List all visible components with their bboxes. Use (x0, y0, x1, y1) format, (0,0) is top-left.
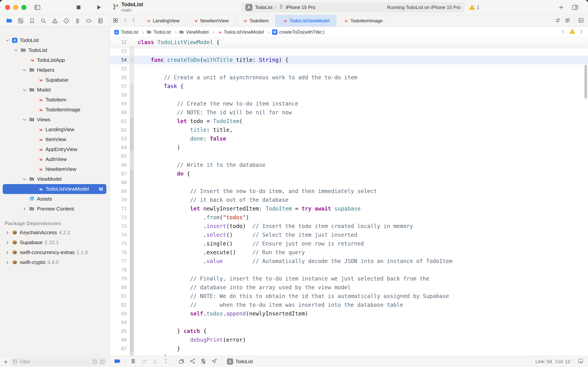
run-destination-app[interactable]: TodoList (255, 5, 272, 10)
package-item-keychainaccess[interactable]: KeychainAccess4.2.2 (3, 228, 106, 238)
code-line-61[interactable]: 61 let todo = TodoItem( (110, 117, 588, 125)
line-number[interactable]: 79 (110, 276, 129, 282)
breadcrumb-item-todolist[interactable]: TodoList (146, 29, 179, 35)
code-line-73[interactable]: 73 .insert(todo) // Insert the todo item… (110, 222, 588, 231)
vertical-scrollbar[interactable] (585, 65, 587, 99)
breadcrumb-item-todolist[interactable]: ATodoList (114, 29, 146, 35)
code-line-83[interactable]: 83 self.todos.append(newlyInsertedItem) (110, 309, 588, 318)
line-number[interactable]: 78 (110, 267, 129, 273)
close-window-button[interactable] (5, 5, 10, 10)
code-line-63[interactable]: 63 done: false (110, 134, 588, 143)
line-number[interactable]: 65 (110, 154, 129, 159)
line-number[interactable]: 74 (110, 232, 129, 238)
filter-input[interactable] (20, 359, 90, 365)
code-line-86[interactable]: 86 debugPrint(error) (110, 335, 588, 344)
line-number[interactable]: 54 (110, 57, 129, 63)
sidebar-item-helpers[interactable]: Helpers (3, 65, 106, 75)
run-button[interactable] (95, 3, 103, 11)
line-number[interactable]: 59 (110, 101, 129, 107)
line-number[interactable]: 82 (110, 302, 129, 308)
breakpoints-toggle[interactable] (114, 358, 121, 365)
code-line-58[interactable]: 58 (110, 91, 588, 99)
sidebar-item-authview[interactable]: AuthView (3, 154, 106, 164)
stop-button[interactable] (75, 3, 83, 11)
test-navigator-icon[interactable] (62, 17, 70, 25)
code-line-88[interactable]: 88 } (110, 353, 588, 356)
package-item-swift-crypto[interactable]: swift-crypto3.4.0 (3, 257, 106, 267)
line-number[interactable]: 75 (110, 241, 129, 246)
tab-newitemview[interactable]: NewItemView (186, 15, 235, 27)
previous-issue-button[interactable] (560, 29, 566, 36)
chevron-right-icon[interactable] (22, 207, 27, 211)
simulate-location-button[interactable] (211, 358, 217, 365)
code-line-87[interactable]: 87 } (110, 344, 588, 353)
chevron-down-icon[interactable] (22, 118, 27, 122)
line-number[interactable]: 56 (110, 75, 129, 80)
line-number[interactable]: 64 (110, 145, 129, 150)
code-line-85[interactable]: 85 } catch { (110, 327, 588, 335)
code-line-64[interactable]: 64 ) (110, 143, 588, 152)
package-item-supabase[interactable]: Supabase2.10.1 (3, 238, 106, 247)
tab-todolistviewmodel[interactable]: TodoListViewModel (276, 15, 336, 27)
chevron-down-icon[interactable] (14, 48, 18, 52)
code-line-75[interactable]: 75 .single() // Ensure just one row is r… (110, 239, 588, 248)
code-line-68[interactable]: 68 (110, 178, 588, 187)
code-line-76[interactable]: 76 .execute() // Run the query (110, 248, 588, 257)
line-number[interactable]: 55 (110, 66, 129, 72)
sidebar-item-todolist[interactable]: TodoList (3, 45, 106, 55)
line-number[interactable]: 80 (110, 285, 129, 290)
chevron-down-icon[interactable] (22, 68, 27, 72)
sidebar-item-model[interactable]: Model (3, 85, 106, 95)
line-number[interactable]: 76 (110, 250, 129, 255)
environment-overrides-button[interactable] (200, 358, 207, 365)
editor-options-icon[interactable] (564, 17, 571, 24)
chevron-down-icon[interactable] (22, 177, 27, 181)
add-item-button[interactable]: + (4, 359, 8, 365)
code-editor[interactable]: 12 class TodoListViewModel { 5354 func c… (110, 38, 588, 356)
line-number[interactable]: 68 (110, 180, 129, 185)
line-number[interactable]: 63 (110, 136, 129, 142)
code-line-69[interactable]: 69 // Insert the new to-do item, and the… (110, 187, 588, 196)
chevron-right-icon[interactable] (5, 231, 9, 235)
step-out-button[interactable] (163, 358, 169, 365)
source-control-navigator-icon[interactable] (17, 17, 25, 25)
package-item-swift-concurrency-extras[interactable]: swift-concurrency-extras1.1.0 (3, 247, 106, 257)
step-over-button[interactable] (141, 358, 147, 365)
running-process[interactable]: A TodoList (227, 359, 253, 365)
line-number[interactable]: 83 (110, 311, 129, 317)
fold-ribbon[interactable] (129, 47, 134, 356)
line-number[interactable]: 53 (110, 49, 129, 54)
code-lines[interactable]: 5354 func createToDo(withTitle title: St… (110, 47, 588, 356)
code-line-60[interactable]: 60 // NOTE: The id will be nil for now (110, 108, 588, 117)
breadcrumb-item-viewmodel[interactable]: ViewModel (179, 29, 217, 35)
bookmark-navigator-icon[interactable] (28, 17, 36, 25)
code-line-56[interactable]: 56 // Create a unit of asynchronous work… (110, 73, 588, 82)
sidebar-item-viewmodel[interactable]: ViewModel (3, 174, 106, 184)
sidebar-item-todolistapp[interactable]: TodoListApp (3, 55, 106, 65)
code-review-icon[interactable] (555, 17, 561, 24)
line-number[interactable]: 71 (110, 206, 129, 211)
line-number[interactable]: 88 (110, 355, 129, 356)
code-line-74[interactable]: 74 .select() // Select the item just ins… (110, 231, 588, 239)
line-number[interactable]: 70 (110, 197, 129, 203)
memory-graph-button[interactable] (189, 358, 196, 365)
code-line-54[interactable]: 54 func createToDo(withTitle title: Stri… (110, 56, 588, 64)
code-line-70[interactable]: 70 // it back out of the database (110, 196, 588, 204)
sidebar-item-itemview[interactable]: ItemView (3, 134, 106, 144)
line-number[interactable]: 60 (110, 110, 129, 115)
code-line-59[interactable]: 59 // Create the new to-do item instance (110, 99, 588, 108)
code-line-57[interactable]: 57 Task { (110, 82, 588, 91)
code-line-82[interactable]: 82 // when the to-do item was inserted i… (110, 300, 588, 309)
sidebar-item-views[interactable]: Views (3, 115, 106, 125)
line-number[interactable]: 67 (110, 171, 129, 176)
add-editor-icon[interactable] (578, 17, 584, 24)
line-number[interactable]: 66 (110, 162, 129, 168)
sidebar-item-landingview[interactable]: LandingView (3, 125, 106, 134)
chevron-right-icon[interactable] (5, 241, 9, 245)
tab-todoitem[interactable]: TodoItem (235, 15, 276, 27)
related-items-icon[interactable] (113, 17, 118, 24)
sidebar-item-preview-content[interactable]: Preview Content (3, 204, 106, 214)
chevron-down-icon[interactable] (22, 88, 27, 92)
warning-count-badge[interactable]: 1 (469, 4, 479, 10)
code-line-72[interactable]: 72 .from("todos") (110, 213, 588, 222)
